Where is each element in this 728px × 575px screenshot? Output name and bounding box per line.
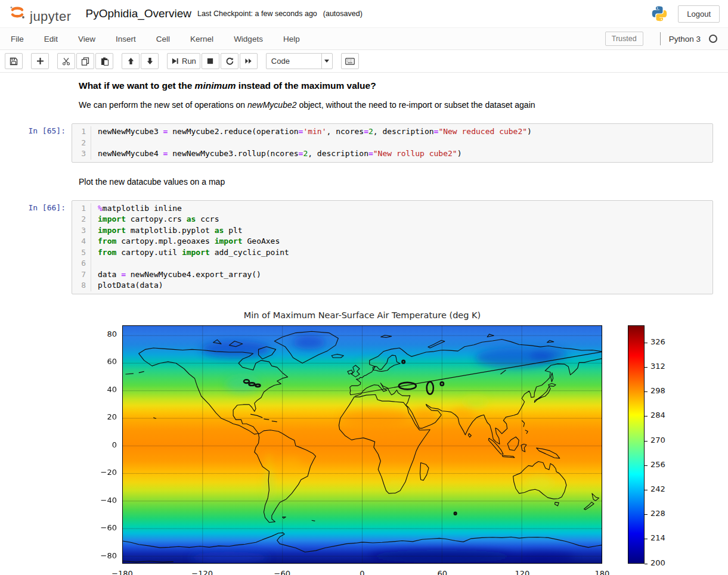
plot-title: Min of Maximum Near-Surface Air Temperat… (122, 310, 602, 320)
x-tick-label: −180 (101, 569, 143, 575)
notebook-title[interactable]: PyOphidia_Overview (86, 7, 191, 20)
menu-kernel[interactable]: Kernel (190, 35, 213, 43)
menu-insert[interactable]: Insert (116, 35, 136, 43)
copy-icon (81, 57, 89, 66)
command-palette-button[interactable] (341, 53, 359, 69)
trusted-badge: Trusted (605, 32, 643, 46)
checkpoint-status: Last Checkpoint: a few seconds ago (197, 10, 317, 18)
code-line: 7data = newNewMycube4.export_array() (72, 269, 712, 281)
input-prompt: In [65]: (0, 123, 72, 163)
copy-cell-button[interactable] (76, 53, 94, 69)
plot-output: Min of Maximum Near-Surface Air Temperat… (0, 309, 728, 575)
y-tick-label: 0 (91, 440, 117, 449)
kernel-idle-icon (709, 35, 717, 43)
kernel-name: Python 3 (669, 35, 701, 43)
menu-widgets[interactable]: Widgets (234, 35, 263, 43)
colorbar-tick-mark (645, 343, 648, 343)
colorbar-tick-label: 298 (650, 386, 674, 395)
y-tick-label: 80 (91, 330, 117, 338)
colorbar-tick-mark (645, 465, 648, 466)
colorbar-tick-label: 256 (650, 460, 674, 469)
y-tick-label: 40 (91, 385, 117, 394)
menu-help[interactable]: Help (283, 35, 300, 43)
colorbar-tick-mark (645, 441, 648, 442)
add-cell-button[interactable] (31, 53, 49, 69)
x-tick-label: 180 (581, 569, 623, 575)
run-icon (171, 57, 179, 65)
x-tick-label: −60 (261, 569, 303, 575)
cut-cell-button[interactable] (57, 53, 75, 69)
cell-type-dropdown[interactable]: Code (266, 53, 333, 69)
divider (660, 32, 661, 45)
code-line: 1newNewMycube3 = newMycube2.reduce(opera… (72, 126, 712, 138)
colorbar-tick-mark (645, 490, 648, 490)
stop-kernel-button[interactable] (202, 53, 219, 69)
stop-icon (206, 57, 214, 65)
paste-cell-button[interactable] (95, 53, 113, 69)
menu-file[interactable]: File (11, 35, 24, 43)
paste-icon (100, 57, 109, 66)
jupyter-logo-text: jupyter (30, 9, 72, 24)
run-button-label: Run (182, 57, 196, 66)
colorbar-tick-mark (645, 564, 648, 564)
menu-cell[interactable]: Cell (156, 35, 170, 43)
colorbar-tick-mark (645, 391, 648, 392)
code-line: 8plotData(data) (72, 280, 712, 291)
colorbar-tick-mark (645, 416, 648, 417)
code-line: 5from cartopy.util import add_cyclic_poi… (72, 247, 712, 259)
arrow-down-icon (146, 57, 154, 65)
code-line: 3import matplotlib.pyplot as plt (72, 225, 712, 237)
markdown-cell-2[interactable]: Plot the new datacube values on a map (0, 177, 728, 187)
y-tick-label: −40 (91, 496, 117, 505)
plus-icon (36, 57, 44, 65)
y-tick-label: −60 (91, 523, 117, 532)
menubar: FileEditViewInsertCellKernelWidgetsHelp … (0, 27, 728, 50)
menu-edit[interactable]: Edit (44, 35, 58, 43)
colorbar-tick-label: 200 (650, 558, 674, 567)
colorbar-tick-label: 326 (650, 337, 674, 346)
colorbar-tick-mark (645, 514, 648, 515)
code-line: 2import cartopy.crs as ccrs (72, 214, 712, 225)
colorbar-tick-label: 242 (650, 484, 674, 493)
jupyter-logo[interactable]: jupyter (8, 3, 72, 24)
menubar-items: FileEditViewInsertCellKernelWidgetsHelp (11, 35, 320, 43)
markdown-paragraph: We can perform the new set of operations… (79, 100, 704, 110)
cut-icon (62, 57, 70, 66)
autosave-status: (autosaved) (323, 10, 363, 18)
temperature-map-svg (123, 326, 602, 563)
notebook-area: What if we want to get the minimum inste… (0, 73, 728, 575)
markdown-cell-1[interactable]: What if we want to get the minimum inste… (0, 80, 728, 110)
save-button[interactable] (5, 53, 23, 69)
toolbar: Run Code (0, 50, 728, 73)
colorbar-tick-label: 270 (650, 436, 674, 445)
colorbar-tick-label: 284 (650, 411, 674, 419)
keyboard-icon (345, 58, 355, 65)
notebook-header: jupyter PyOphidia_Overview Last Checkpoi… (0, 0, 728, 27)
x-tick-label: −120 (181, 569, 223, 575)
fast-forward-icon (244, 57, 253, 65)
chevron-down-icon (321, 54, 332, 69)
markdown-plot-note: Plot the new datacube values on a map (79, 177, 704, 187)
run-all-button[interactable] (240, 53, 258, 69)
code-input-area[interactable]: 1newNewMycube3 = newMycube2.reduce(opera… (72, 123, 713, 163)
run-cell-button[interactable]: Run (167, 53, 200, 69)
markdown-heading: What if we want to get the minimum inste… (79, 80, 704, 91)
code-line: 2 (72, 138, 712, 149)
menu-view[interactable]: View (78, 35, 95, 43)
colorbar (628, 325, 645, 564)
code-cell-65: In [65]: 1newNewMycube3 = newMycube2.red… (0, 123, 728, 163)
move-cell-down-button[interactable] (141, 53, 159, 69)
colorbar-tick-mark (645, 539, 648, 539)
code-line: 6 (72, 258, 712, 269)
colorbar-tick-label: 312 (650, 362, 674, 371)
x-tick-label: 120 (501, 569, 543, 575)
colorbar-tick-mark (645, 367, 648, 368)
code-cell-66: In [66]: 1%matplotlib inline2import cart… (0, 200, 728, 294)
move-cell-up-button[interactable] (122, 53, 140, 69)
y-tick-label: −20 (91, 468, 117, 477)
python-logo-icon (650, 5, 668, 23)
code-input-area[interactable]: 1%matplotlib inline2import cartopy.crs a… (72, 200, 713, 294)
restart-kernel-button[interactable] (221, 53, 238, 69)
input-prompt: In [66]: (0, 200, 72, 294)
logout-button[interactable]: Logout (678, 5, 720, 23)
